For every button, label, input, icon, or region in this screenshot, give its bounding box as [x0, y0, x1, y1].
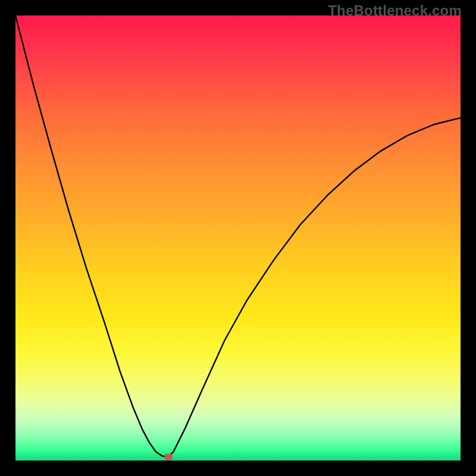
bottleneck-curve: [15, 15, 461, 461]
minimum-marker: [164, 454, 172, 461]
plot-area: [15, 15, 461, 461]
curve-left-branch: [15, 15, 168, 457]
curve-right-branch: [174, 118, 461, 452]
chart-frame: TheBottleneck.com: [0, 0, 476, 476]
